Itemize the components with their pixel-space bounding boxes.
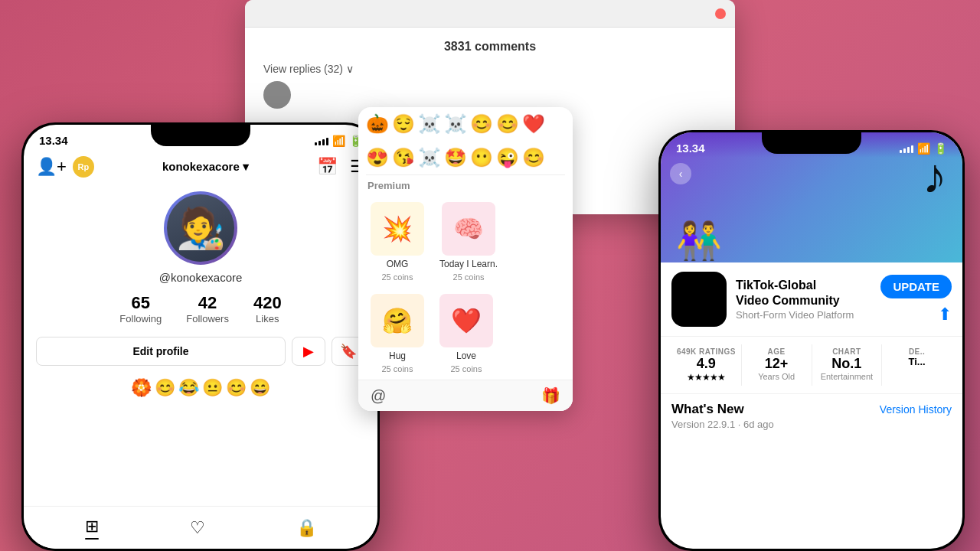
phone-right-screen: 13.34 📶 🔋 ‹ ♪ 👫: [661, 132, 962, 549]
youtube-button[interactable]: ▶: [292, 337, 325, 366]
bar2: [318, 141, 321, 145]
emoji-row-top: 🎃 😌 ☠️ ☠️ 😊 😊 ❤️: [358, 107, 573, 141]
emoji-wink[interactable]: 😜: [496, 147, 519, 168]
sticker-love-price: 25 coins: [451, 364, 482, 373]
emoji-skull2[interactable]: ☠️: [444, 113, 467, 135]
rbar2: [903, 148, 906, 153]
emoji-relax[interactable]: 😌: [392, 113, 415, 135]
developer-stat: DE.. Ti...: [882, 344, 952, 386]
bar1: [315, 142, 317, 145]
sticker-hug-label: Hug: [389, 350, 406, 361]
app-info-text: TikTok-GlobalVideo Community Short-Form …: [736, 278, 871, 320]
appstore-stats-row: 649K RATINGS 4.9 ★★★★★ AGE 12+ Years Old…: [661, 337, 962, 394]
ig-username[interactable]: konokexacore ▾: [162, 160, 249, 174]
emoji-skull3[interactable]: ☠️: [418, 147, 441, 168]
nav-lock-icon[interactable]: 🔒: [296, 518, 317, 538]
emoji-skull1[interactable]: ☠️: [418, 113, 441, 135]
dev-value: Ti...: [909, 356, 926, 367]
nav-home-icon[interactable]: ⊞: [85, 517, 99, 540]
profile-section: 🧑‍🎨 @konokexacore 65 Following 42 Follow…: [24, 184, 377, 404]
sticker-learn-label: Today I Learn.: [439, 259, 498, 269]
emoji-smile2[interactable]: 😊: [496, 113, 519, 135]
emoji-kiss[interactable]: 😘: [392, 147, 415, 168]
gift-icon[interactable]: 🎁: [541, 386, 560, 405]
commenter-avatar: [263, 81, 291, 109]
emoji-heart-eyes[interactable]: 😍: [366, 147, 389, 168]
at-icon[interactable]: @: [371, 387, 386, 405]
calendar-icon[interactable]: 📅: [317, 157, 338, 177]
likes-stat: 420 Likes: [253, 293, 282, 324]
emoji-star-eyes[interactable]: 🤩: [444, 147, 467, 168]
signal-icon: [315, 136, 328, 145]
comments-title: 3831 comments: [263, 40, 717, 54]
profile-actions: Edit profile ▶ 🔖: [36, 337, 365, 366]
view-replies-text: View replies (32) ∨: [263, 63, 354, 75]
avatar-inner: 🧑‍🎨: [167, 194, 234, 262]
whats-new-row: What's New Version History: [661, 394, 962, 419]
version-history-link[interactable]: Version History: [880, 403, 952, 416]
instagram-navbar: 👤+ Rp konokexacore ▾ 📅 ☰: [24, 150, 377, 184]
phone-right-frame: 13.34 📶 🔋 ‹ ♪ 👫: [658, 130, 965, 551]
emoji-heart[interactable]: ❤️: [522, 113, 545, 135]
sticker-learn[interactable]: 🧠 Today I Learn. 25 coins: [439, 202, 498, 282]
rbar1: [900, 150, 902, 153]
bar3: [322, 139, 325, 145]
banner-figures: 👫: [676, 220, 722, 262]
right-battery-icon: 🔋: [934, 142, 947, 155]
rbar3: [907, 147, 910, 153]
add-user-icon[interactable]: 👤+: [36, 157, 67, 177]
emoji-pumpkin[interactable]: 🎃: [366, 113, 389, 135]
following-label: Following: [119, 313, 162, 324]
edit-profile-button[interactable]: Edit profile: [36, 337, 286, 366]
emoji-neutral[interactable]: 😶: [470, 147, 493, 168]
right-signal-icon: [900, 144, 913, 153]
emoji-6: 😄: [250, 378, 270, 398]
profile-avatar: 🧑‍🎨: [164, 191, 237, 265]
age-stat: AGE 12+ Years Old: [742, 344, 812, 386]
stars: ★★★★★: [687, 372, 725, 383]
profile-emoji-strip: 🏵️ 😊 😂 😐 😊 😄: [131, 378, 270, 398]
share-icon[interactable]: ⬆: [938, 305, 952, 324]
phone-right-notch: [762, 132, 861, 154]
app-info-row: ♪ TikTok-GlobalVideo Community Short-For…: [661, 262, 962, 337]
ratings-stat: 649K RATINGS 4.9 ★★★★★: [671, 344, 742, 386]
age-label: AGE: [768, 347, 786, 356]
version-row: Version 22.9.1 · 6d ago: [661, 419, 962, 430]
phone-right: 13.34 📶 🔋 ‹ ♪ 👫: [658, 130, 965, 551]
nav-like-icon[interactable]: ♡: [190, 518, 205, 538]
emoji-2: 😊: [155, 378, 175, 398]
sticker-hug[interactable]: 🤗 Hug 25 coins: [371, 294, 424, 373]
whats-new-title: What's New: [671, 402, 744, 417]
view-replies-link[interactable]: View replies (32) ∨: [263, 63, 717, 75]
sticker-love-label: Love: [456, 350, 476, 361]
emoji-smile1[interactable]: 😊: [470, 113, 493, 135]
emoji-smile3[interactable]: 😊: [522, 147, 545, 168]
emoji-4: 😐: [202, 378, 223, 398]
sticker-love[interactable]: ❤️ Love 25 coins: [439, 294, 493, 373]
premium-label: Premium: [358, 175, 573, 196]
sticker-row-1: 💥 OMG 25 coins 🧠 Today I Learn. 25 coins: [358, 196, 573, 288]
emoji-1: 🏵️: [131, 378, 152, 398]
emoji-5: 😊: [226, 378, 247, 398]
back-button[interactable]: ‹: [670, 163, 691, 184]
bottom-nav: ⊞ ♡ 🔒: [24, 506, 377, 549]
phone-left: 13.34 📶 🔋 👤+ Rp: [21, 122, 380, 551]
dev-label: DE..: [909, 347, 925, 356]
emoji-3: 😂: [178, 378, 199, 398]
age-sub: Years Old: [758, 372, 795, 381]
update-button[interactable]: UPDATE: [880, 275, 952, 298]
anime-avatar: 🧑‍🎨: [176, 208, 226, 248]
sticker-learn-price: 25 coins: [453, 272, 485, 282]
profile-handle: @konokexacore: [159, 271, 243, 284]
story-avatar[interactable]: Rp: [73, 156, 94, 178]
version-age: ·: [738, 419, 743, 430]
sticker-omg-label: OMG: [387, 259, 409, 269]
bar4: [326, 138, 328, 145]
sticker-omg[interactable]: 💥 OMG 25 coins: [371, 202, 424, 282]
right-wifi-icon: 📶: [917, 142, 930, 155]
version-info: Version 22.9.1: [671, 419, 735, 430]
emoji-bottom-bar: @ 🎁: [358, 380, 573, 411]
browser-close-button[interactable]: [715, 8, 726, 19]
age-value: 12+: [765, 356, 789, 372]
followers-number: 42: [198, 293, 217, 313]
